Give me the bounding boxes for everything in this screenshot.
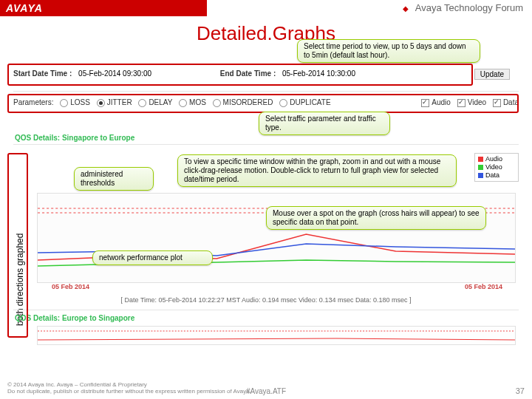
highlight-parameters [7, 94, 519, 113]
divider-2 [13, 144, 519, 145]
copyright-line-1: © 2014 Avaya Inc. Avaya – Confidential &… [7, 381, 251, 388]
callout-time-period: Select time period to view, up to 5 days… [297, 39, 480, 63]
divider [13, 91, 519, 92]
callout-zoom: To view a specific time window within th… [177, 154, 457, 187]
header: AVAYA ◆ Avaya Technology Forum [0, 0, 532, 18]
legend-swatch-audio [478, 157, 483, 162]
xaxis-label-1: 05 Feb 2014 [52, 283, 89, 290]
legend-audio: Audio [485, 155, 502, 163]
chart-secondary[interactable] [37, 326, 516, 345]
divider-3 [13, 310, 519, 310]
legend-swatch-video [478, 165, 483, 170]
legend-data: Data [485, 171, 499, 179]
footer: © 2014 Avaya Inc. Avaya – Confidential &… [0, 380, 532, 399]
legend-swatch-data [478, 173, 483, 178]
logo-bar: AVAYA [0, 0, 207, 16]
xaxis-label-2: 05 Feb 2014 [465, 283, 502, 290]
forum-title-text: Avaya Technology Forum [415, 2, 523, 13]
legend-box: Audio Video Data [474, 153, 519, 182]
highlight-date-range [7, 64, 473, 86]
forum-title: ◆ Avaya Technology Forum [403, 2, 523, 13]
slide-number: 37 [516, 386, 525, 395]
content: Select time period to view, up to 5 days… [7, 45, 525, 370]
copyright-line-2: Do not duplicate, publish or distribute … [7, 388, 251, 395]
callout-plot: network performance plot [92, 250, 213, 265]
qos-heading-2: QOS Details: Europe to Singapore [15, 314, 134, 322]
callout-administered: administered thresholds [74, 167, 154, 191]
brand-logo: AVAYA [0, 2, 43, 14]
legend-video: Video [485, 163, 502, 171]
callout-traffic-param: Select traffic parameter and traffic typ… [259, 112, 390, 135]
mouseover-readout: [ Date Time: 05-Feb-2014 10:22:27 MST Au… [7, 296, 525, 304]
callout-mouseover: Mouse over a spot on the graph (cross ha… [266, 206, 486, 230]
highlight-vertical [7, 153, 28, 338]
hashtag: #Avaya.ATF [246, 387, 286, 395]
qos-heading-1: QOS Details: Singapore to Europe [15, 134, 134, 142]
update-button[interactable]: Update [474, 69, 510, 80]
copyright: © 2014 Avaya Inc. Avaya – Confidential &… [7, 381, 251, 395]
forum-icon: ◆ [403, 4, 412, 13]
